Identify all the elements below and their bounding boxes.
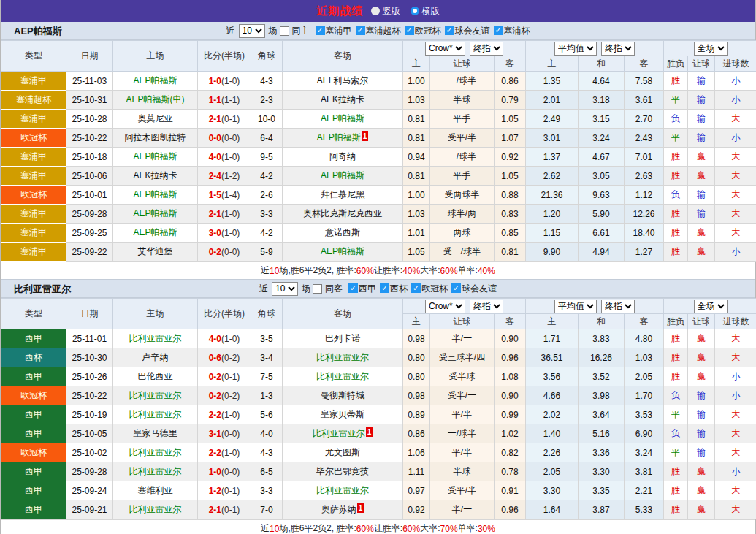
league-checkbox[interactable] <box>348 283 358 293</box>
league-filter-item[interactable]: 球会友谊 <box>451 283 497 294</box>
home-team-name[interactable]: AEP帕福斯 <box>133 75 177 85</box>
home-team-cell: 卢辛纳 <box>113 348 198 367</box>
book-ref-select[interactable]: 终指 <box>470 300 503 313</box>
score-cell: 0-2(0-2) <box>198 386 251 405</box>
home-team-name[interactable]: 比利亚雷亚尔 <box>129 409 182 419</box>
match-date: 25-09-24 <box>66 481 113 500</box>
goals-outcome: 大 <box>715 110 756 129</box>
col-crow-away: 客 <box>495 314 526 329</box>
away-team-name[interactable]: 比利亚雷亚尔 <box>316 371 369 381</box>
league-filter-item[interactable]: 塞浦杯 <box>494 26 530 36</box>
league-checkbox[interactable] <box>445 26 454 35</box>
home-team-name[interactable]: AEP帕福斯 <box>133 151 177 161</box>
avg-ref-select[interactable]: 终指 <box>601 42 635 56</box>
away-team-name[interactable]: AEP帕福斯 <box>321 246 364 256</box>
home-team-name[interactable]: AEP帕福斯 <box>133 208 177 218</box>
games-count-select[interactable]: 10 <box>239 24 265 38</box>
home-team-name[interactable]: 比利亚雷亚尔 <box>129 466 182 476</box>
away-team-name[interactable]: 比利亚雷亚尔 <box>313 428 365 438</box>
goals-outcome: 大 <box>715 224 756 243</box>
away-team-name[interactable]: AEP帕福斯 <box>321 170 364 180</box>
avg-home-odds: 2.02 <box>526 405 579 424</box>
crow-home-odds: 0.81 <box>403 110 430 129</box>
home-team-name: 艾华迪堡 <box>138 246 173 256</box>
match-row: 西甲25-10-05皇家马德里3-1(0-0)4-0比利亚雷亚尔10.86一/球… <box>1 424 756 443</box>
league-checkbox[interactable] <box>405 26 414 35</box>
avg-home-odds: 1.71 <box>526 329 579 348</box>
horizontal-layout-radio[interactable]: 横版 <box>411 5 440 18</box>
handicap-line: 受半球 <box>430 367 495 386</box>
bookmaker-select[interactable]: Crow* <box>425 42 465 56</box>
score-cell: 1-5(1-4) <box>198 186 251 205</box>
handicap-line: 半/一 <box>430 329 495 348</box>
corner-score: 2-3 <box>251 91 283 110</box>
league-filter-item[interactable]: 西杯 <box>380 283 408 294</box>
near-label: 近 <box>259 283 268 295</box>
home-team-name: 皇家马德里 <box>134 428 177 438</box>
league-filter-item[interactable]: 欧冠杯 <box>405 26 441 36</box>
home-team-name[interactable]: 比利亚雷亚尔 <box>129 333 182 343</box>
league-checkbox[interactable] <box>494 26 503 35</box>
league-checkbox-label: 西甲 <box>359 283 376 294</box>
home-team-cell: AEP帕福斯 <box>113 148 198 167</box>
average-select[interactable]: 平均值 <box>554 300 597 313</box>
games-count-select[interactable]: 10 <box>272 282 298 296</box>
away-team-cell: AEP帕福斯 <box>283 110 403 129</box>
crow-away-odds: 1.05 <box>495 167 526 186</box>
col-score: 比分(半场) <box>198 41 251 72</box>
league-filter-item[interactable]: 塞浦甲 <box>316 26 352 36</box>
fulltime-score: 1-5 <box>209 190 221 200</box>
scope-select[interactable]: 全场 <box>694 42 728 56</box>
league-checkbox[interactable] <box>380 283 389 293</box>
same-side-checkbox[interactable] <box>280 26 289 36</box>
home-team-name[interactable]: 比利亚雷亚尔 <box>129 504 182 514</box>
goals-outcome: 大 <box>715 424 756 443</box>
away-team-cell: 比利亚雷亚尔 <box>283 481 403 500</box>
home-team-name[interactable]: 比利亚雷亚尔 <box>129 447 182 457</box>
league-filter-item[interactable]: 塞浦超杯 <box>356 26 401 36</box>
avg-ref-select[interactable]: 终指 <box>601 300 635 313</box>
league-checkbox[interactable] <box>356 26 365 35</box>
league-checkbox[interactable] <box>451 283 461 293</box>
league-checkbox-label: 西杯 <box>390 283 408 294</box>
scope-group-header: 全场 <box>664 299 756 314</box>
league-badge: 欧冠杯 <box>1 386 66 405</box>
home-team-cell: 艾华迪堡 <box>113 243 198 262</box>
league-filter-item[interactable]: 球会友谊 <box>445 26 490 36</box>
book-ref-select[interactable]: 终指 <box>470 42 503 56</box>
corner-score: 6-5 <box>251 462 283 481</box>
crow-home-odds: 1.03 <box>403 205 430 224</box>
league-filter-item[interactable]: 欧冠杯 <box>411 283 448 294</box>
match-date: 25-10-30 <box>66 348 113 367</box>
league-checkbox[interactable] <box>411 283 421 293</box>
scope-select[interactable]: 全场 <box>694 300 728 313</box>
away-team-name: 曼彻斯特城 <box>321 390 364 400</box>
col-avg-away: 客 <box>625 56 664 72</box>
league-checkbox[interactable] <box>316 26 325 35</box>
average-select[interactable]: 平均值 <box>554 42 597 56</box>
away-rank-badge: 1 <box>357 503 364 513</box>
league-checkbox-label: 球会友谊 <box>462 283 497 294</box>
home-team-name[interactable]: 比利亚雷亚尔 <box>129 390 182 400</box>
match-date: 25-10-19 <box>66 405 113 424</box>
corner-score: 7-0 <box>251 500 283 519</box>
away-team-name: 意诺西斯 <box>325 227 360 237</box>
away-team-cell: 奥林比克斯尼克西亚 <box>283 205 403 224</box>
home-team-name[interactable]: AEP帕福斯(中) <box>126 94 184 104</box>
league-filter-item[interactable]: 西甲 <box>348 283 376 294</box>
same-side-checkbox[interactable] <box>313 284 322 294</box>
vertical-layout-radio[interactable]: 竖版 <box>371 5 400 18</box>
home-team-name[interactable]: AEP帕福斯 <box>133 189 177 199</box>
halftime-score: (0-1) <box>221 505 240 515</box>
away-team-name[interactable]: 比利亚雷亚尔 <box>316 352 369 362</box>
away-team-name[interactable]: AEP帕福斯 <box>321 113 364 123</box>
away-team-name[interactable]: 比利亚雷亚尔 <box>316 485 369 495</box>
away-team-name[interactable]: AEP帕福斯 <box>317 132 361 142</box>
home-team-name: 阿拉木图凯拉特 <box>125 132 186 142</box>
handicap-line: 平手 <box>430 110 495 129</box>
handicap-outcome: 赢 <box>688 481 715 500</box>
fulltime-score: 2-1 <box>209 505 221 515</box>
match-date: 25-09-25 <box>66 224 113 243</box>
bookmaker-select[interactable]: Crow* <box>425 300 465 313</box>
home-team-name[interactable]: AEP帕福斯 <box>133 227 177 237</box>
